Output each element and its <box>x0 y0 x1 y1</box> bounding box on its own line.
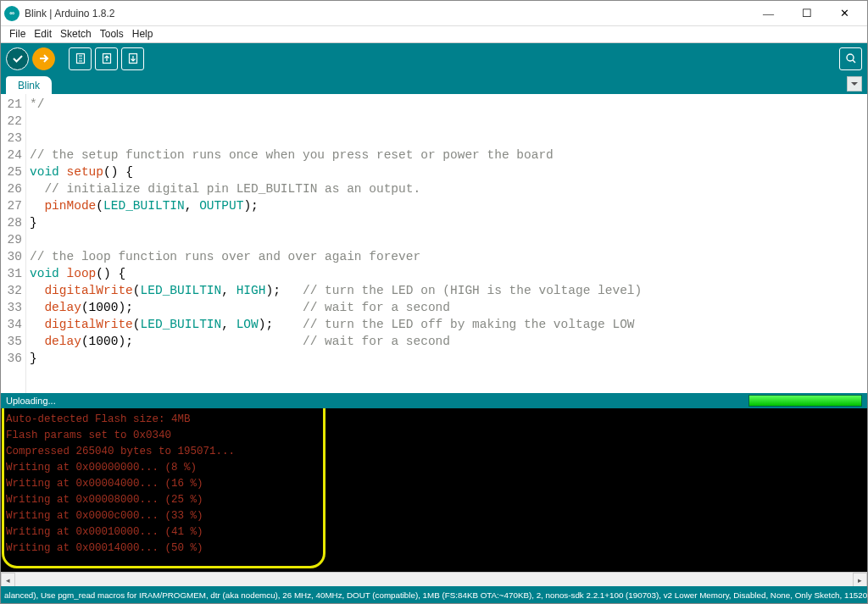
horizontal-scrollbar[interactable]: ◂ ▸ <box>1 572 867 586</box>
code-area[interactable]: */ // the setup function runs once when … <box>26 94 867 393</box>
board-status-bar: alanced), Use pgm_read macros for IRAM/P… <box>1 586 867 603</box>
console-line: Flash params set to 0x0340 <box>6 428 862 444</box>
toolbar <box>1 43 867 74</box>
serial-monitor-button[interactable] <box>839 47 862 70</box>
board-status-text: alanced), Use pgm_read macros for IRAM/P… <box>4 590 867 600</box>
menu-help[interactable]: Help <box>129 28 157 41</box>
maximize-button[interactable]: ☐ <box>787 2 826 25</box>
arrow-right-icon <box>38 53 50 64</box>
minimize-button[interactable]: — <box>749 2 787 25</box>
console-line: Writing at 0x00010000... (41 %) <box>6 524 862 540</box>
scroll-right-button[interactable]: ▸ <box>853 573 867 587</box>
arrow-up-icon <box>101 53 113 64</box>
svg-point-3 <box>847 54 854 61</box>
console-line: Auto-detected Flash size: 4MB <box>6 412 862 428</box>
console-line: Writing at 0x00014000... (50 %) <box>6 540 862 557</box>
upload-progress-bar <box>748 395 862 407</box>
console-line: Writing at 0x00004000... (16 %) <box>6 476 862 492</box>
scroll-track[interactable] <box>15 573 853 586</box>
close-button[interactable]: ✕ <box>826 2 864 25</box>
status-text: Uploading... <box>6 396 56 406</box>
console-line: Writing at 0x00008000... (25 %) <box>6 492 862 508</box>
window-titlebar: ∞ Blink | Arduino 1.8.2 — ☐ ✕ <box>1 1 867 26</box>
chevron-down-icon <box>850 80 859 88</box>
output-console[interactable]: Auto-detected Flash size: 4MBFlash param… <box>1 408 867 572</box>
tab-blink[interactable]: Blink <box>6 76 52 94</box>
scroll-left-button[interactable]: ◂ <box>1 573 15 587</box>
menu-file[interactable]: File <box>6 28 29 41</box>
new-button[interactable] <box>69 47 92 70</box>
save-button[interactable] <box>121 47 144 70</box>
tab-bar: Blink <box>1 74 867 94</box>
check-icon <box>12 53 24 64</box>
window-title: Blink | Arduino 1.8.2 <box>25 8 749 19</box>
arduino-app-icon: ∞ <box>4 6 19 21</box>
tab-menu-button[interactable] <box>847 76 862 91</box>
window-controls: — ☐ ✕ <box>749 2 864 25</box>
line-gutter: 21222324252627282930313233343536 <box>1 94 26 393</box>
menu-edit[interactable]: Edit <box>31 28 55 41</box>
menu-sketch[interactable]: Sketch <box>57 28 95 41</box>
status-bar: Uploading... <box>1 393 867 408</box>
console-line: Writing at 0x0000c000... (33 %) <box>6 508 862 524</box>
console-line: Compressed 265040 bytes to 195071... <box>6 444 862 460</box>
console-line: Writing at 0x00000000... (8 %) <box>6 460 862 476</box>
menu-tools[interactable]: Tools <box>97 28 127 41</box>
magnifier-icon <box>845 53 857 64</box>
code-editor[interactable]: 21222324252627282930313233343536 */ // t… <box>1 94 867 393</box>
open-button[interactable] <box>95 47 118 70</box>
menu-bar: File Edit Sketch Tools Help <box>1 26 867 43</box>
file-icon <box>75 53 86 64</box>
verify-button[interactable] <box>6 47 29 70</box>
upload-button[interactable] <box>32 47 55 70</box>
arrow-down-icon <box>127 53 139 64</box>
